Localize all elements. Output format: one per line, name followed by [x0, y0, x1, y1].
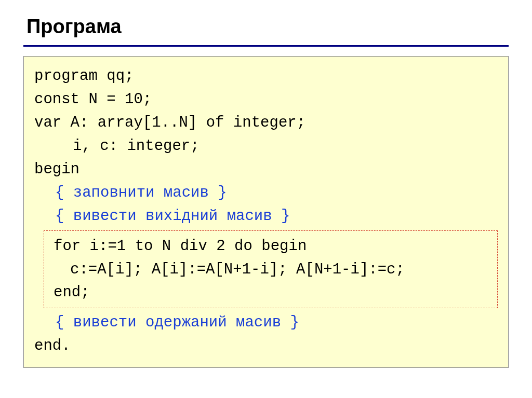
- code-comment: { заповнити масив }: [34, 182, 498, 205]
- code-line: i, c: integer;: [34, 135, 498, 158]
- code-comment: { вивести одержаний масив }: [34, 311, 498, 335]
- code-line: program qq;: [34, 65, 498, 88]
- code-line: const N = 10;: [34, 88, 498, 112]
- title-underline: [23, 45, 509, 47]
- code-comment: { вивести вихідний масив }: [34, 205, 498, 228]
- highlighted-loop-box: for i:=1 to N div 2 do begin c:=A[i]; A[…: [44, 230, 498, 309]
- code-line: for i:=1 to N div 2 do begin: [51, 235, 490, 258]
- code-line: end.: [34, 335, 498, 358]
- code-line: end;: [51, 281, 490, 305]
- code-block: program qq; const N = 10; var A: array[1…: [23, 56, 509, 368]
- code-line: begin: [34, 158, 498, 182]
- slide-title: Програма: [23, 16, 509, 38]
- code-line: c:=A[i]; A[i]:=A[N+1-i]; A[N+1-i]:=c;: [51, 258, 490, 282]
- code-line: var A: array[1..N] of integer;: [34, 112, 498, 135]
